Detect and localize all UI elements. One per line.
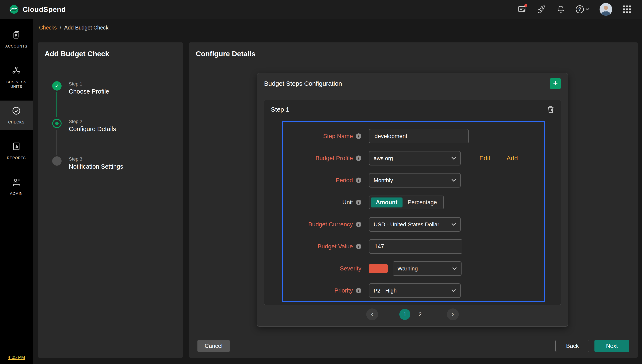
form-row-step-name: Step Name bbox=[283, 125, 544, 147]
sidebar-label: REPORTS bbox=[7, 156, 26, 160]
wizard-step-choose-profile[interactable]: Step 1 Choose Profile bbox=[52, 81, 183, 119]
wizard-step-configure-details[interactable]: Step 2 Configure Details bbox=[52, 119, 183, 156]
last-updated-time[interactable]: 4:05 PM bbox=[0, 355, 33, 360]
sidebar-item-business-units[interactable]: BUSINESS UNITS bbox=[0, 60, 33, 94]
configure-details-panel: Configure Details Budget Steps Configura… bbox=[189, 42, 638, 358]
next-button[interactable]: Next bbox=[594, 340, 629, 352]
step-number: Step 3 bbox=[69, 156, 123, 162]
help-menu[interactable] bbox=[576, 5, 589, 13]
delete-step-button[interactable] bbox=[547, 106, 554, 113]
step-card-header: Step 1 bbox=[264, 100, 561, 119]
accounts-icon bbox=[12, 30, 21, 41]
apps-grid-icon[interactable] bbox=[622, 5, 632, 14]
config-card-title: Budget Steps Configuration bbox=[264, 80, 342, 87]
sidebar-item-reports[interactable]: REPORTS bbox=[0, 136, 33, 166]
info-icon[interactable] bbox=[356, 178, 361, 183]
admin-icon bbox=[12, 177, 21, 188]
step-name-input[interactable] bbox=[369, 129, 469, 144]
label-text: Unit bbox=[342, 199, 353, 206]
step-done-icon bbox=[52, 81, 62, 90]
budget-currency-select[interactable]: USD - United States Dollar bbox=[369, 217, 461, 232]
step-label: Configure Details bbox=[69, 126, 116, 132]
sidebar-label: ACCOUNTS bbox=[5, 44, 27, 49]
budget-steps-configuration-card: Budget Steps Configuration Step 1 Step N… bbox=[257, 73, 568, 327]
wizard-step-notification-settings[interactable]: Step 3 Notification Settings bbox=[52, 156, 183, 194]
panel-footer-actions: Cancel Back Next bbox=[189, 334, 638, 358]
breadcrumb-current: Add Budget Check bbox=[64, 24, 108, 31]
pagination-prev-icon[interactable] bbox=[366, 308, 378, 320]
step-number: Step 1 bbox=[69, 81, 109, 87]
budget-currency-label: Budget Currency bbox=[283, 221, 361, 228]
sidebar-item-checks[interactable]: CHECKS bbox=[0, 100, 33, 130]
step-card-title: Step 1 bbox=[271, 106, 289, 113]
chevron-down-icon bbox=[585, 8, 589, 10]
wizard-panel: Add Budget Check Step 1 Choose Profile S… bbox=[38, 42, 183, 358]
wizard-stepper: Step 1 Choose Profile Step 2 Configure D… bbox=[52, 81, 183, 194]
edit-profile-link[interactable]: Edit bbox=[479, 155, 490, 162]
pagination-page-1[interactable]: 1 bbox=[399, 309, 410, 320]
breadcrumb: Checks / Add Budget Check bbox=[33, 19, 642, 36]
info-icon[interactable] bbox=[356, 244, 361, 249]
budget-value-label: Budget Value bbox=[283, 243, 361, 250]
sidebar-item-accounts[interactable]: ACCOUNTS bbox=[0, 24, 33, 54]
form-row-period: Period Monthly bbox=[283, 169, 544, 191]
pagination-page-2[interactable]: 2 bbox=[415, 309, 426, 320]
severity-color-swatch[interactable] bbox=[369, 264, 388, 273]
period-label: Period bbox=[283, 177, 361, 184]
select-value: P2 - High bbox=[374, 288, 397, 294]
config-card-header: Budget Steps Configuration bbox=[257, 74, 568, 94]
feedback-icon[interactable] bbox=[517, 5, 526, 14]
app-name: CloudSpend bbox=[23, 5, 66, 14]
label-text: Budget Currency bbox=[308, 221, 353, 228]
info-icon[interactable] bbox=[356, 156, 361, 161]
label-text: Severity bbox=[340, 265, 361, 272]
period-select[interactable]: Monthly bbox=[369, 173, 461, 188]
topbar-actions bbox=[517, 3, 632, 16]
select-value: aws org bbox=[374, 155, 393, 162]
unit-option-amount[interactable]: Amount bbox=[371, 198, 403, 208]
chevron-down-icon bbox=[452, 267, 457, 270]
info-icon[interactable] bbox=[356, 222, 361, 227]
info-icon[interactable] bbox=[356, 200, 361, 205]
help-icon bbox=[576, 5, 584, 13]
select-value: Monthly bbox=[374, 177, 393, 184]
chevron-down-icon bbox=[451, 157, 456, 160]
form-row-unit: Unit Amount Percentage bbox=[283, 191, 544, 214]
topbar: CloudSpend bbox=[0, 0, 642, 19]
priority-select[interactable]: P2 - High bbox=[369, 284, 461, 298]
unit-toggle: Amount Percentage bbox=[369, 196, 444, 209]
severity-select[interactable]: Warning bbox=[393, 261, 462, 276]
chevron-down-icon bbox=[451, 289, 456, 292]
step-1-card: Step 1 Step Name bbox=[264, 100, 561, 305]
bell-icon[interactable] bbox=[556, 5, 566, 14]
cancel-button[interactable]: Cancel bbox=[197, 340, 230, 352]
form-row-budget-profile: Budget Profile aws org Edit Add bbox=[283, 147, 544, 169]
label-text: Period bbox=[336, 177, 353, 184]
step-todo-icon bbox=[52, 156, 62, 166]
back-button[interactable]: Back bbox=[555, 340, 589, 352]
reports-icon bbox=[12, 142, 21, 153]
form-row-budget-value: Budget Value bbox=[283, 236, 544, 258]
steps-pagination: 1 2 bbox=[257, 308, 568, 320]
label-text: Priority bbox=[334, 287, 353, 294]
sidebar-item-admin[interactable]: ADMIN bbox=[0, 172, 33, 202]
budget-value-input[interactable] bbox=[369, 239, 462, 254]
budget-profile-select[interactable]: aws org bbox=[369, 151, 461, 166]
trash-icon bbox=[547, 106, 554, 113]
priority-label: Priority bbox=[283, 287, 361, 294]
unit-option-percentage[interactable]: Percentage bbox=[403, 198, 442, 208]
whats-new-rocket-icon[interactable] bbox=[537, 5, 546, 14]
sidebar-label: CHECKS bbox=[8, 120, 25, 125]
add-profile-link[interactable]: Add bbox=[507, 155, 518, 162]
wizard-panel-title: Add Budget Check bbox=[44, 42, 177, 64]
form-row-severity: Severity Warning bbox=[283, 258, 544, 280]
breadcrumb-checks-link[interactable]: Checks bbox=[39, 24, 57, 31]
add-step-button[interactable] bbox=[550, 78, 561, 89]
pagination-next-icon[interactable] bbox=[447, 308, 459, 320]
avatar[interactable] bbox=[599, 3, 612, 16]
info-icon[interactable] bbox=[356, 134, 361, 139]
info-icon[interactable] bbox=[356, 288, 361, 293]
label-text: Budget Value bbox=[317, 243, 353, 250]
unit-label: Unit bbox=[283, 199, 361, 206]
sidebar-label: ADMIN bbox=[10, 191, 23, 196]
